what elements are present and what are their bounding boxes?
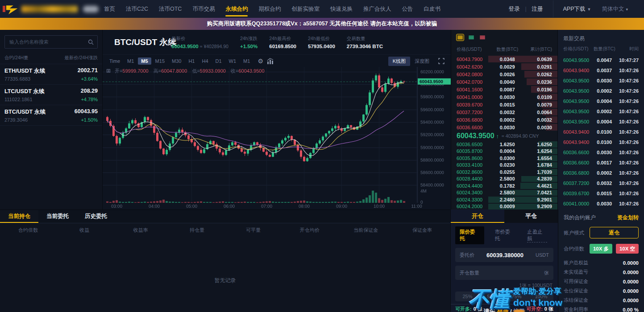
book-view-asks-icon[interactable] [479,34,486,41]
search-input[interactable] [8,39,88,45]
book-view-all-icon[interactable] [457,34,464,41]
nav-item-法币OTC[interactable]: 法币OTC [154,0,187,18]
bid-row[interactable]: 60024.44000.17824.4621 [451,182,557,189]
contract-list-item[interactable]: ETH/USDT 永续2002.7177335.6883+3.64% [0,64,102,85]
bid-row[interactable]: 60035.87000.00041.6254 [451,148,557,155]
timeframe-M15-3[interactable]: M15 [152,57,168,65]
bid-row[interactable]: 60033.41000.02301.6784 [451,162,557,169]
percent-option-25%[interactable]: 25% [455,294,480,299]
bid-row[interactable]: 60024.34002.58007.0421 [451,189,557,197]
trade-time: 10:47:26 [616,78,639,83]
isolated-mode-button[interactable]: 逐仓 [590,227,639,238]
ask-row[interactable]: 60036.68000.00020.0032 [451,116,557,123]
bid-row[interactable]: 60024.20000.00099.2909 [451,203,557,210]
tab-开仓[interactable]: 开仓 [451,209,504,223]
nav-item-首页[interactable]: 首页 [99,0,120,18]
ask-row[interactable]: 60041.16000.00870.0196 [451,86,557,93]
order-type-止盈止损[interactable]: 止盈止损 [527,229,547,242]
order-price-field[interactable]: 委托价 60039.380000 USDT [455,248,553,262]
ask-row[interactable]: 60037.72000.00320.0064 [451,108,557,116]
kline-canvas[interactable] [103,67,451,209]
order-amount-field[interactable]: 开仓数量 张 [455,266,553,280]
order-type-限价委托[interactable]: 限价委托 [455,226,484,244]
bid-row[interactable]: 60032.86000.02551.7039 [451,168,557,176]
nav-item-白皮书[interactable]: 白皮书 [418,0,446,18]
contract-list-item[interactable]: BTC/USDT 永续60043.952739.3046+1.50% [0,105,102,126]
positions-columns: 合约倍数收益收益率持仓量可平量开仓均价当前保证金保证金率 [0,223,450,234]
timeframe-M1-1[interactable]: M1 [124,57,137,65]
bid-row[interactable]: 60024.33002.24809.2901 [451,196,557,203]
tab-当前持仓[interactable]: 当前持仓 [0,210,38,223]
bid-cum: 1.6554 [522,156,552,161]
settings-gear-icon[interactable]: ⚙ [258,57,263,65]
tab-当前委托[interactable]: 当前委托 [38,210,77,223]
timeframe-M30-4[interactable]: M30 [169,57,184,65]
percent-option-100%[interactable]: 100% [529,294,553,299]
ask-cum: 0.0032 [522,117,552,123]
timeframe-H4-6[interactable]: H4 [199,57,211,65]
timeframe-W1-8[interactable]: W1 [226,57,240,65]
bid-row[interactable]: 60035.86000.03001.6554 [451,155,557,162]
login-link[interactable]: 登录 [503,5,525,13]
candlestick-chart[interactable]: ⊞ 开=59999.7000 高=60047.8000 低=59933.0900… [103,67,451,209]
ask-cum: 0.0079 [522,102,552,107]
ask-row[interactable]: 60041.00000.00300.0109 [451,93,557,101]
register-link[interactable]: 注册 [527,5,548,13]
trade-price: 60043.9400 [563,129,593,135]
announcement-text: 购买商用版请联系QQ23351778或Vx：a5587057 无其他任何途径 请… [207,20,437,28]
language-menu[interactable]: 简体中文▾ [596,5,633,13]
nav-item-期权合约[interactable]: 期权合约 [253,0,286,18]
contract-search[interactable] [4,35,98,49]
nav-item-法币C2C[interactable]: 法币C2C [120,0,154,18]
nav-item-币币交易[interactable]: 币币交易 [187,0,220,18]
register-link[interactable]: 注册 [513,308,525,312]
order-type-市价委托[interactable]: 市价委托 [490,226,519,244]
bid-qty: 0.0300 [492,156,522,161]
kline-view-button[interactable]: K线图 [388,57,410,66]
timeframe-D1-7[interactable]: D1 [212,57,225,65]
leverage-short-button[interactable]: 10X 空 [616,244,639,254]
trade-time: 10:47:26 [616,99,639,104]
nav-item-快速兑换[interactable]: 快速兑换 [325,0,358,18]
trade-qty: 0.0002 [593,170,616,176]
logo-blurred-badge [83,6,99,12]
ask-row[interactable]: 60042.62000.00290.0291 [451,63,557,70]
trade-row: 60043.95000.000210:47:26 [558,106,644,116]
indicator-icon[interactable] [267,58,274,64]
bid-row[interactable]: 60036.65001.62501.6250 [451,141,557,148]
ask-row[interactable]: 60036.66000.00300.0030 [451,123,557,131]
trade-row: 60043.94000.003710:47:26 [558,65,644,75]
contract-list-item[interactable]: LTC/USDT 永续208.29111022.1861+4.78% [0,85,102,105]
nav-item-公告[interactable]: 公告 [396,0,418,18]
depth-view-button[interactable]: 深度图 [410,57,434,66]
percent-option-75%[interactable]: 75% [504,294,529,299]
timeframe-Time-0[interactable]: Time [106,57,123,65]
app-download-menu[interactable]: APP下载▼ [558,5,597,13]
bid-qty: 0.0255 [492,169,522,175]
login-link[interactable]: 登录 [497,308,508,312]
nav-item-推广合伙人[interactable]: 推广合伙人 [358,0,397,18]
fund-transfer-link[interactable]: 资金划转 [617,214,639,222]
percent-option-50%[interactable]: 50% [480,294,504,299]
stat-label: 24h涨跌 [240,36,258,42]
leverage-long-button[interactable]: 10X 多 [590,244,612,254]
order-book: 价格(USDT)数量(BTC)累计(BTC) 60043.79000.03480… [451,30,558,209]
account-row-value: 0.0000 [623,260,639,266]
nav-item-创新实验室[interactable]: 创新实验室 [286,0,325,18]
bid-row[interactable]: 60028.44002.58004.2839 [451,176,557,183]
ask-row[interactable]: 60042.08000.00260.0262 [451,70,557,78]
timeframe-M1-9[interactable]: M1 [240,57,253,65]
timeframe-M5-2[interactable]: M5 [138,57,151,65]
ask-row[interactable]: 60042.07000.00400.0236 [451,78,557,86]
ask-row[interactable]: 60039.67000.00150.0079 [451,101,557,108]
latest-trades-panel: 最新交易 价格(USDT)数量(BTC)时间 60043.95000.00471… [558,30,644,209]
market-symbol: BTC/USDT 永续 [103,37,171,48]
timeframe-H1-5[interactable]: H1 [185,57,198,65]
ask-row[interactable]: 60043.79000.03480.0639 [451,55,557,63]
tab-平仓[interactable]: 平仓 [504,209,558,223]
tab-历史委托[interactable]: 历史委托 [77,210,115,223]
nav-item-永续合约[interactable]: 永续合约 [220,0,253,18]
fullscreen-icon[interactable] [438,58,445,64]
book-view-bids-icon[interactable] [468,34,475,41]
site-logo[interactable] [3,4,99,14]
